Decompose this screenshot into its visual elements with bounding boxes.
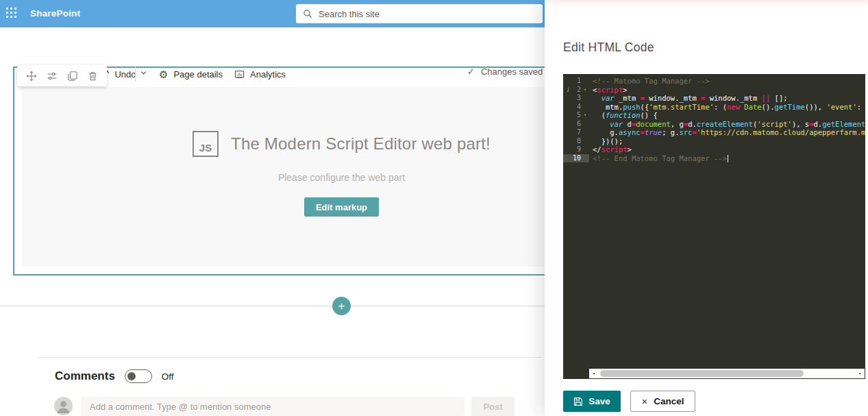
- analytics-button[interactable]: Analytics: [234, 65, 286, 83]
- edit-html-panel: Edit HTML Code 1<!-- Matomo Tag Manager …: [545, 0, 868, 416]
- line-number: 4: [577, 103, 581, 112]
- undo-label: Undo: [114, 69, 136, 79]
- editor-gutter-cell[interactable]: 9: [563, 145, 589, 154]
- js-icon: JS: [193, 131, 219, 157]
- scroll-left-icon[interactable]: ◂: [589, 371, 598, 376]
- panel-cancel-button[interactable]: × Cancel: [630, 391, 695, 412]
- scrollbar-track[interactable]: [598, 369, 856, 378]
- editor-code-text: </script>: [589, 145, 632, 154]
- changes-saved-label: Changes saved: [481, 66, 543, 77]
- editor-code-text: _mtm.push({'mtm.startTime': (new Date().…: [589, 103, 865, 112]
- scrollbar-thumb[interactable]: [600, 370, 804, 377]
- editor-line[interactable]: 6 var d=document, g=d.createElement('scr…: [563, 120, 865, 129]
- panel-title: Edit HTML Code: [563, 40, 654, 55]
- move-webpart-icon[interactable]: [26, 71, 37, 82]
- editor-horizontal-scrollbar[interactable]: ◂ ▸: [589, 369, 865, 378]
- webpart-toolbar: [17, 65, 107, 86]
- panel-save-label: Save: [588, 396, 610, 406]
- editor-code-text: (function() {: [589, 111, 658, 120]
- line-number: 7: [577, 128, 581, 137]
- editor-gutter-cell[interactable]: i2▾: [563, 86, 589, 95]
- plus-icon: +: [338, 299, 345, 313]
- panel-cancel-label: Cancel: [654, 396, 684, 406]
- avatar: [54, 397, 73, 415]
- text-cursor: [728, 155, 729, 162]
- post-comment-button[interactable]: Post: [471, 397, 514, 416]
- close-icon: ×: [641, 395, 647, 407]
- editor-line[interactable]: 9</script>: [563, 145, 865, 154]
- editor-line[interactable]: 7 g.async=true; g.src='https://cdn.matom…: [563, 128, 865, 137]
- code-editor-lines: 1<!-- Matomo Tag Manager -->i2▾<script>3…: [563, 77, 865, 162]
- webpart-title: The Modern Script Editor web part!: [231, 134, 491, 154]
- code-editor[interactable]: 1<!-- Matomo Tag Manager -->i2▾<script>3…: [563, 74, 865, 379]
- editor-gutter-cell[interactable]: 3: [563, 94, 589, 103]
- editor-line[interactable]: i2▾<script>: [563, 86, 865, 95]
- editor-code-text: g.async=true; g.src='https://cdn.matomo.…: [589, 128, 865, 137]
- changes-saved-status: ✓ Changes saved: [467, 66, 543, 77]
- undo-split-divider: [135, 66, 136, 82]
- editor-code-text: })();: [589, 137, 623, 146]
- panel-save-button[interactable]: Save: [563, 391, 621, 412]
- line-number: 10: [573, 154, 581, 163]
- editor-line[interactable]: 4 _mtm.push({'mtm.startTime': (new Date(…: [563, 103, 865, 112]
- check-icon: ✓: [467, 66, 475, 77]
- editor-gutter-cell[interactable]: 6: [563, 120, 589, 129]
- editor-code-text: var d=document, g=d.createElement('scrip…: [589, 120, 865, 129]
- editor-gutter-cell[interactable]: 5▾: [563, 111, 589, 120]
- search-input[interactable]: [319, 9, 536, 19]
- gear-icon: ⚙: [159, 69, 168, 79]
- analytics-icon: [234, 69, 245, 79]
- search-icon: [303, 9, 312, 19]
- app-launcher-icon[interactable]: [6, 8, 27, 20]
- webpart-subtitle: Please configure the web part: [278, 172, 405, 183]
- delete-webpart-icon[interactable]: [88, 71, 98, 82]
- editor-line[interactable]: 8 })();: [563, 137, 865, 146]
- edit-markup-button[interactable]: Edit markup: [304, 197, 379, 217]
- line-number: 8: [577, 137, 581, 146]
- editor-line[interactable]: 5▾ (function() {: [563, 111, 865, 120]
- duplicate-webpart-icon[interactable]: [67, 71, 78, 82]
- editor-line[interactable]: 3 var _mtm = window._mtm = window._mtm |…: [563, 94, 865, 103]
- editor-code-text: <!-- Matomo Tag Manager -->: [589, 77, 710, 86]
- editor-gutter-cell[interactable]: 8: [563, 137, 589, 146]
- scroll-right-icon[interactable]: ▸: [856, 371, 865, 376]
- undo-chevron-down-icon[interactable]: [140, 69, 147, 77]
- line-number: 9: [577, 145, 581, 154]
- comments-toggle[interactable]: [125, 369, 152, 383]
- line-number: 3: [577, 94, 581, 103]
- comment-input[interactable]: [81, 397, 464, 416]
- editor-code-text: var _mtm = window._mtm = window._mtm || …: [589, 94, 788, 103]
- save-icon: [573, 397, 583, 406]
- app-title: SharePoint: [30, 8, 80, 19]
- annotation-info-icon: i: [567, 86, 569, 95]
- site-search[interactable]: [296, 4, 543, 23]
- page-details-label: Page details: [173, 69, 223, 79]
- fold-toggle-icon[interactable]: ▾: [581, 111, 589, 120]
- editor-gutter-cell[interactable]: 7: [563, 128, 589, 137]
- comments-heading: Comments: [55, 369, 115, 383]
- editor-gutter-cell[interactable]: 10: [563, 154, 589, 163]
- toggle-knob: [127, 372, 136, 380]
- page-details-button[interactable]: ⚙ Page details: [159, 65, 223, 83]
- comments-divider: [38, 357, 541, 358]
- add-section-button[interactable]: +: [332, 297, 351, 315]
- edit-properties-icon[interactable]: [47, 71, 58, 82]
- editor-line[interactable]: 10<!-- End Matomo Tag Manager -->: [563, 154, 865, 163]
- editor-gutter-cell[interactable]: 4: [563, 103, 589, 112]
- editor-line[interactable]: 1<!-- Matomo Tag Manager -->: [563, 77, 865, 86]
- editor-code-text: <script>: [589, 86, 628, 95]
- fold-toggle-icon[interactable]: ▾: [581, 86, 589, 95]
- analytics-label: Analytics: [250, 69, 286, 79]
- panel-top-strip: [545, 0, 868, 7]
- line-number: 1: [577, 77, 581, 86]
- comments-toggle-state: Off: [162, 371, 174, 382]
- editor-code-text: <!-- End Matomo Tag Manager -->: [589, 154, 728, 163]
- editor-gutter-cell[interactable]: 1: [563, 77, 589, 86]
- line-number: 6: [577, 120, 581, 129]
